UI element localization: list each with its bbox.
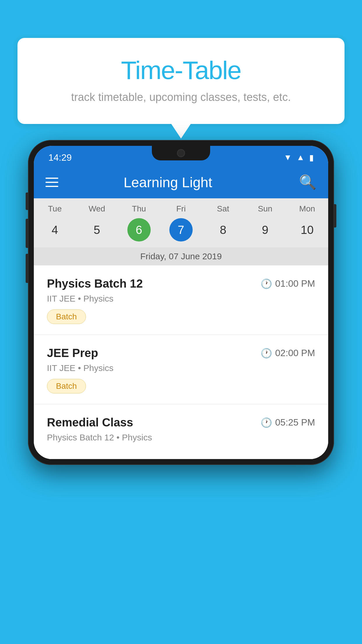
schedule-item-title: Physics Batch 12 — [47, 277, 143, 290]
search-button[interactable]: 🔍 — [299, 174, 317, 190]
schedule-item-subtitle: Physics Batch 12 • Physics — [47, 433, 315, 442]
schedule-item-title: JEE Prep — [47, 346, 98, 360]
schedule-time-text: 05:25 PM — [275, 417, 315, 428]
batch-badge: Batch — [47, 309, 86, 324]
schedule-time-text: 01:00 PM — [275, 278, 315, 289]
calendar-day-4[interactable]: Tue4 — [34, 204, 76, 247]
phone-wrapper: 14:29 ▼ ▲ ▮ Learning Light 🔍 Tue4W — [28, 140, 334, 465]
cal-day-number: 9 — [254, 218, 277, 242]
cal-day-number: 5 — [85, 218, 108, 242]
schedule-list: Physics Batch 12🕐01:00 PMIIT JEE • Physi… — [34, 265, 328, 459]
schedule-item-header: JEE Prep🕐02:00 PM — [47, 346, 315, 360]
cal-day-name: Tue — [34, 204, 76, 214]
schedule-item-1[interactable]: JEE Prep🕐02:00 PMIIT JEE • PhysicsBatch — [34, 335, 328, 404]
selected-date-label: Friday, 07 June 2019 — [34, 247, 328, 265]
status-icons: ▼ ▲ ▮ — [284, 153, 314, 162]
phone-screen: 14:29 ▼ ▲ ▮ Learning Light 🔍 Tue4W — [34, 146, 328, 459]
signal-icon: ▲ — [296, 153, 305, 162]
bubble-title: Time-Table — [41, 55, 321, 85]
cal-day-number: 4 — [43, 218, 66, 242]
calendar-day-10[interactable]: Mon10 — [286, 204, 328, 247]
schedule-item-0[interactable]: Physics Batch 12🕐01:00 PMIIT JEE • Physi… — [34, 265, 328, 335]
cal-day-name: Wed — [76, 204, 118, 214]
batch-badge: Batch — [47, 379, 86, 393]
schedule-item-time: 🕐01:00 PM — [261, 278, 315, 289]
schedule-item-header: Physics Batch 12🕐01:00 PM — [47, 277, 315, 290]
schedule-item-2[interactable]: Remedial Class🕐05:25 PMPhysics Batch 12 … — [34, 404, 328, 459]
schedule-item-subtitle: IIT JEE • Physics — [47, 363, 315, 373]
status-time: 14:29 — [48, 152, 72, 163]
phone-button-volume-down — [26, 254, 28, 283]
app-title: Learning Light — [45, 174, 290, 190]
cal-day-number: 10 — [296, 218, 319, 242]
bubble-subtitle: track timetable, upcoming classes, tests… — [41, 91, 321, 104]
calendar-day-9[interactable]: Sun9 — [244, 204, 286, 247]
clock-icon: 🕐 — [261, 348, 272, 359]
schedule-item-title: Remedial Class — [47, 416, 133, 429]
schedule-item-header: Remedial Class🕐05:25 PM — [47, 416, 315, 429]
schedule-item-subtitle: IIT JEE • Physics — [47, 294, 315, 304]
cal-day-name: Sat — [202, 204, 244, 214]
calendar-day-7[interactable]: Fri7 — [160, 204, 202, 247]
phone-notch — [152, 146, 210, 160]
cal-day-number: 6 — [127, 218, 151, 242]
calendar-day-8[interactable]: Sat8 — [202, 204, 244, 247]
cal-day-number: 8 — [211, 218, 235, 242]
phone-button-volume-silent — [26, 192, 28, 210]
calendar-day-5[interactable]: Wed5 — [76, 204, 118, 247]
promo-bubble: Time-Table track timetable, upcoming cla… — [17, 38, 345, 124]
cal-day-name: Fri — [160, 204, 202, 214]
phone-frame: 14:29 ▼ ▲ ▮ Learning Light 🔍 Tue4W — [28, 140, 334, 465]
clock-icon: 🕐 — [261, 278, 272, 289]
bubble-card: Time-Table track timetable, upcoming cla… — [17, 38, 345, 124]
calendar-week-row: Tue4Wed5Thu6Fri7Sat8Sun9Mon10 — [34, 198, 328, 247]
phone-button-volume-up — [26, 219, 28, 248]
schedule-item-time: 🕐05:25 PM — [261, 417, 315, 428]
battery-icon: ▮ — [309, 153, 314, 162]
calendar-day-6[interactable]: Thu6 — [118, 204, 160, 247]
wifi-icon: ▼ — [284, 153, 292, 162]
schedule-time-text: 02:00 PM — [275, 348, 315, 358]
cal-day-name: Mon — [286, 204, 328, 214]
cal-day-name: Sun — [244, 204, 286, 214]
cal-day-name: Thu — [118, 204, 160, 214]
app-bar: Learning Light 🔍 — [34, 166, 328, 198]
schedule-item-time: 🕐02:00 PM — [261, 348, 315, 359]
phone-button-power — [334, 204, 336, 228]
clock-icon: 🕐 — [261, 417, 272, 428]
cal-day-number: 7 — [169, 218, 193, 242]
phone-camera — [177, 149, 185, 157]
